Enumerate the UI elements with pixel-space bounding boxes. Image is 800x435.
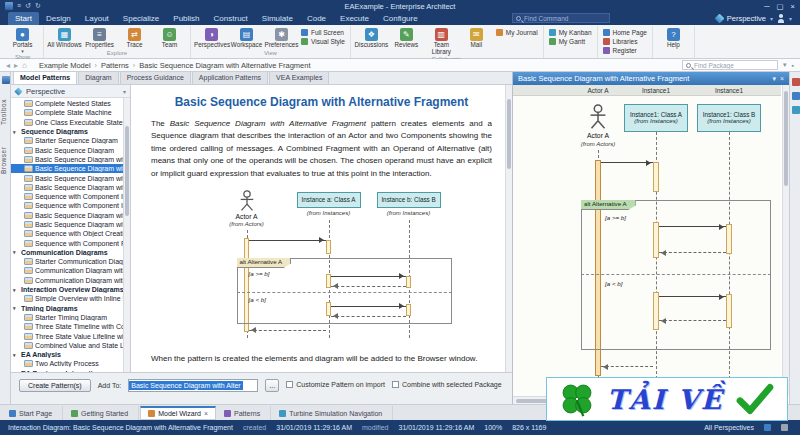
tree-item[interactable]: Two Activity Process: [11, 359, 123, 368]
ribbon-tab[interactable]: Layout: [78, 12, 116, 25]
ribbon-big-button[interactable]: ✎ Reviews: [389, 26, 424, 55]
tree-item[interactable]: Basic Sequence Diagram with ...: [11, 164, 123, 173]
wizard-tab[interactable]: Process Guidance: [120, 71, 191, 84]
create-pattern-button[interactable]: Create Pattern(s): [19, 379, 91, 392]
document-tab[interactable]: Model Wizard ×: [140, 406, 216, 420]
minimize-button[interactable]: ─: [764, 2, 769, 11]
lifeline-head-instance-b[interactable]: Instance1: Class B (from Instances): [697, 104, 761, 132]
tree-expand-icon[interactable]: ▾: [13, 287, 19, 293]
alt-fragment-label[interactable]: alt Alternative A: [581, 200, 636, 210]
tree-item[interactable]: Starter Timing Diagram: [11, 313, 123, 322]
tree-item[interactable]: Combined Value and State Life...: [11, 341, 123, 350]
checkbox-icon[interactable]: [392, 381, 399, 388]
tree-item[interactable]: Simple Overview with Inline Int...: [11, 294, 123, 303]
ribbon-tab[interactable]: Design: [39, 12, 78, 25]
alt-fragment[interactable]: [581, 200, 771, 350]
tree-item[interactable]: Basic Sequence Diagram with ...: [11, 211, 123, 220]
ribbon-big-button[interactable]: ☺ Team: [152, 26, 187, 49]
scrollbar-thumb[interactable]: [784, 91, 788, 186]
add-to-field[interactable]: Basic Sequence Diagram with Alter: [128, 379, 258, 392]
find-command-input[interactable]: [524, 15, 598, 22]
tree-item[interactable]: Basic Sequence Diagram with ...: [11, 173, 123, 182]
tree-item[interactable]: ▾ Sequence Diagrams: [11, 127, 123, 136]
tree-expand-icon[interactable]: ▾: [13, 129, 19, 135]
find-package-box[interactable]: [682, 60, 778, 70]
tree-item[interactable]: Basic Sequence Diagram with ...: [11, 183, 123, 192]
wizard-tab[interactable]: Model Patterns: [13, 71, 77, 84]
tree-item[interactable]: Starter Sequence Diagram: [11, 136, 123, 145]
dock-icon[interactable]: [2, 76, 10, 84]
diagram-panel-header[interactable]: Basic Sequence Diagram with Alternative …: [513, 72, 789, 85]
perspectives-status[interactable]: All Perspectives: [704, 424, 754, 431]
tree-expand-icon[interactable]: ▾: [13, 352, 19, 358]
tree-item[interactable]: ▾ Interaction Overview Diagrams: [11, 285, 123, 294]
dock-icon[interactable]: [792, 92, 800, 100]
tree-item[interactable]: Basic Sequence Diagram: [11, 145, 123, 154]
diagram-vertical-scrollbar[interactable]: [782, 85, 789, 396]
redo-icon[interactable]: ↻: [35, 1, 41, 11]
ribbon-big-button[interactable]: ● Portals ▾: [5, 26, 40, 53]
ribbon-small-button[interactable]: Visual Style: [301, 38, 345, 45]
dock-tab-browser[interactable]: Browser: [0, 138, 11, 182]
ribbon-big-button[interactable]: ≡ Properties: [82, 26, 117, 49]
combine-package-checkbox[interactable]: Combine with selected Package: [392, 379, 502, 388]
scrollbar-thumb[interactable]: [125, 126, 129, 216]
tree-item[interactable]: Communication Diagram with ...: [11, 266, 123, 275]
wizard-tab[interactable]: Diagram: [78, 71, 118, 84]
pin-icon[interactable]: ▪: [792, 62, 794, 69]
scrollbar-thumb[interactable]: [507, 99, 511, 169]
layout-toggle-icon[interactable]: [764, 424, 771, 431]
undo-icon[interactable]: ↺: [25, 1, 31, 11]
ribbon-small-button[interactable]: Full Screen: [301, 29, 345, 36]
ribbon-small-button[interactable]: My Gantt: [549, 38, 592, 45]
wizard-tab[interactable]: Application Patterns: [192, 71, 268, 84]
dock-tab-toolbox[interactable]: Toolbox: [0, 90, 11, 134]
tree-expand-icon[interactable]: ▾: [13, 305, 19, 311]
maximize-button[interactable]: ▢: [777, 2, 784, 11]
ribbon-big-button[interactable]: ❖ Discussions: [354, 26, 389, 55]
tree-item[interactable]: Basic Sequence Diagram with ...: [11, 220, 123, 229]
breadcrumb-item[interactable]: › Patterns: [91, 61, 129, 70]
activation-bar[interactable]: [653, 162, 659, 192]
ribbon-tab[interactable]: Publish: [166, 12, 206, 25]
ribbon-tab[interactable]: Specialize: [116, 12, 166, 25]
tree-item[interactable]: Sequence with Component Inst...: [11, 201, 123, 210]
ribbon-tab[interactable]: Construct: [207, 12, 255, 25]
chevron-down-icon[interactable]: ▾: [783, 61, 787, 69]
back-icon[interactable]: ◂: [6, 61, 10, 70]
ribbon-big-button[interactable]: ◑ Perspectives: [194, 26, 229, 49]
actor-icon[interactable]: [588, 104, 608, 130]
tree-item[interactable]: Complete State Machine: [11, 108, 123, 117]
return-message-arrow[interactable]: [659, 320, 726, 321]
ribbon-big-button[interactable]: ⇄ Trace: [117, 26, 152, 49]
ribbon-tab[interactable]: Execute: [333, 12, 376, 25]
document-tab[interactable]: Turbine Simulation Navigation: [272, 406, 393, 420]
tree-item[interactable]: ▾ Timing Diagrams: [11, 304, 123, 313]
lifeline-head-instance-a[interactable]: Instance1: Class A (from Instances): [624, 104, 688, 132]
menu-icon[interactable]: ≡: [17, 1, 21, 11]
return-message-arrow[interactable]: [659, 252, 726, 253]
dock-icon[interactable]: [792, 78, 800, 86]
layout-toggle-icon[interactable]: [781, 424, 788, 431]
close-button[interactable]: ×: [791, 2, 795, 11]
ribbon-tab[interactable]: Simulate: [255, 12, 300, 25]
ribbon-big-button[interactable]: ▥ Team Library: [424, 26, 459, 55]
document-tab[interactable]: Start Page: [2, 406, 63, 420]
user-icon[interactable]: [777, 14, 785, 23]
close-tab-icon[interactable]: ×: [204, 410, 208, 417]
tree-item[interactable]: Three State Timeline with Con...: [11, 322, 123, 331]
tree-item[interactable]: Complete Nested States: [11, 99, 123, 108]
diagram-canvas[interactable]: Actor A (from Actors) Instance1: Class A…: [513, 96, 781, 396]
browse-button[interactable]: ...: [265, 379, 279, 392]
find-package-input[interactable]: [694, 62, 766, 69]
tree-expand-icon[interactable]: ▾: [13, 249, 19, 255]
ribbon-small-button[interactable]: Register: [603, 47, 647, 54]
message-arrow[interactable]: [659, 226, 726, 227]
dock-icon[interactable]: [792, 106, 800, 114]
tree-item[interactable]: ▾ EA Analysis: [11, 350, 123, 359]
ribbon-tab[interactable]: Start: [8, 12, 39, 25]
tree-item[interactable]: Sequence with Component Inst...: [11, 192, 123, 201]
ribbon-big-button[interactable]: ? Help: [656, 26, 691, 49]
document-scrollbar[interactable]: [505, 85, 512, 372]
tree-item[interactable]: ▾ Communication Diagrams: [11, 248, 123, 257]
